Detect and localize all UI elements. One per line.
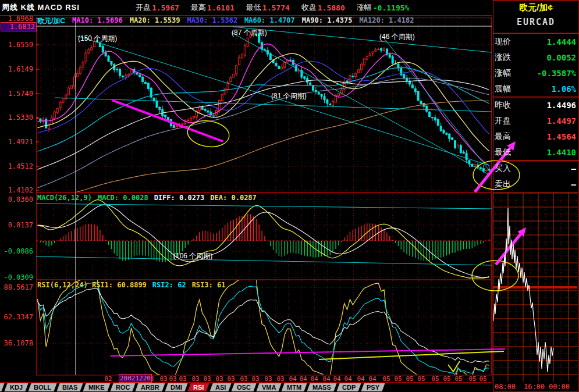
- quote-row-label: 昨收: [495, 100, 511, 111]
- quote-title: 欧元/加¢: [493, 3, 579, 12]
- tabbar-edge: [0, 383, 5, 391]
- ma-overlay-row: 欧元/加CMA10: 1.5696MA20: 1.5539MA30: 1.536…: [37, 16, 414, 26]
- tab-mtm[interactable]: MTM: [282, 383, 307, 391]
- quote-row-value: 1.4496: [546, 101, 576, 110]
- tab-vma[interactable]: VMA: [256, 383, 282, 391]
- tab-boll[interactable]: BOLL: [28, 383, 56, 391]
- quote-row-label: 最高: [495, 131, 511, 142]
- quote-row-最高: 最高1.4564: [493, 129, 579, 144]
- quote-row-label: 买入: [495, 163, 511, 174]
- page-title: 周线 K线 MACD RSI: [2, 2, 80, 13]
- ma-value-label: MA120: 1.4182: [360, 16, 414, 26]
- tab-arbr[interactable]: ARBR: [136, 383, 165, 391]
- quote-group: 现价1.4444涨跌0.0052涨幅-0.3587%震幅1.06%: [493, 33, 579, 97]
- quote-row-value: -0.3587%: [537, 69, 576, 78]
- tab-kdj[interactable]: KDJ: [4, 383, 28, 391]
- ohlc-field-value: 1.5967: [152, 3, 179, 12]
- quote-row-label: 涨跌: [495, 52, 511, 63]
- quote-row-label: 最低: [495, 147, 511, 158]
- ohlc-field-label: 最高: [191, 2, 206, 13]
- quote-row-开盘: 开盘1.4497: [493, 113, 579, 129]
- quote-panel: 欧元/加¢ EURCAD 现价1.4444涨跌0.0052涨幅-0.3587%震…: [493, 0, 579, 392]
- ohlc-summary: 开盘1.5967最高1.6101最低1.5774收盘1.5880涨幅-0.119…: [136, 2, 421, 13]
- tab-roc[interactable]: ROC: [110, 383, 136, 391]
- tab-mass[interactable]: MASS: [307, 383, 337, 391]
- top-bar: 周线 K线 MACD RSI 开盘1.5967最高1.6101最低1.5774收…: [0, 0, 492, 15]
- quote-symbol: EURCAD: [493, 18, 579, 27]
- ohlc-field-value: 1.5880: [318, 3, 345, 12]
- trading-terminal: 周线 K线 MACD RSI 开盘1.5967最高1.6101最低1.5774收…: [0, 0, 579, 392]
- ohlc-field-value: -0.1195%: [373, 3, 410, 12]
- quote-row-现价: 现价1.4444: [493, 34, 579, 49]
- chart-canvas[interactable]: [0, 0, 579, 392]
- ma-value-label: MA60: 1.4707: [244, 16, 295, 26]
- quote-group: 买入—卖出—: [493, 160, 579, 192]
- quote-row-label: 涨幅: [495, 68, 511, 79]
- ma-value-label: MA20: 1.5539: [130, 16, 180, 26]
- quote-row-label: 开盘: [495, 116, 511, 126]
- quote-row-value: 1.06%: [552, 84, 576, 94]
- quote-row-涨幅: 涨幅-0.3587%: [493, 65, 579, 81]
- quote-row-昨收: 昨收1.4496: [493, 97, 579, 113]
- quote-row-value: —: [571, 164, 576, 173]
- ohlc-field-label: 最低: [246, 2, 261, 13]
- quote-row-value: 0.0052: [546, 53, 576, 62]
- indicator-tabbar: KDJBOLLBIASMIKEROCARBRDMIRSIASIOSCVMAMTM…: [0, 383, 493, 392]
- quote-row-value: 1.4410: [546, 148, 576, 157]
- ma-value-label: MA30: 1.5362: [187, 16, 237, 26]
- ohlc-field-value: 1.5774: [262, 3, 290, 12]
- quote-row-卖出: 卖出—: [493, 176, 579, 192]
- quote-group: 昨收1.4496开盘1.4497最高1.4564最低1.4410: [493, 97, 579, 160]
- tab-bias[interactable]: BIAS: [56, 383, 83, 391]
- quote-row-value: 1.4497: [546, 116, 576, 126]
- quote-row-value: —: [571, 180, 576, 189]
- quote-row-label: 震幅: [495, 84, 511, 94]
- quote-row-value: 1.4444: [546, 37, 576, 47]
- tab-mike[interactable]: MIKE: [83, 383, 111, 391]
- ohlc-field-label: 开盘: [136, 2, 151, 13]
- tab-cdp[interactable]: CDP: [336, 383, 361, 391]
- ohlc-field-value: 1.6101: [207, 3, 235, 12]
- tab-dmi[interactable]: DMI: [165, 383, 187, 391]
- ma-value-label: MA90: 1.4375: [302, 16, 353, 26]
- ma-value-label: MA10: 1.5696: [72, 16, 123, 26]
- quote-row-value: 1.4564: [546, 132, 576, 141]
- quote-row-买入: 买入—: [493, 161, 579, 176]
- ohlc-field-label: 收盘: [301, 2, 317, 13]
- quote-row-最低: 最低1.4410: [493, 144, 579, 160]
- tab-rsi[interactable]: RSI: [188, 383, 209, 391]
- quote-row-label: 卖出: [495, 179, 511, 190]
- quote-row-震幅: 震幅1.06%: [493, 81, 579, 97]
- tab-osc[interactable]: OSC: [231, 383, 256, 391]
- ohlc-field-label: 涨幅: [357, 2, 372, 13]
- chart-symbol-label: 欧元/加C: [37, 16, 65, 26]
- quote-row-涨跌: 涨跌0.0052: [493, 49, 579, 65]
- quote-rows: 现价1.4444涨跌0.0052涨幅-0.3587%震幅1.06%昨收1.449…: [493, 33, 579, 192]
- tab-asi[interactable]: ASI: [209, 383, 231, 391]
- tab-psy[interactable]: PSY: [361, 383, 385, 391]
- quote-row-label: 现价: [495, 37, 511, 47]
